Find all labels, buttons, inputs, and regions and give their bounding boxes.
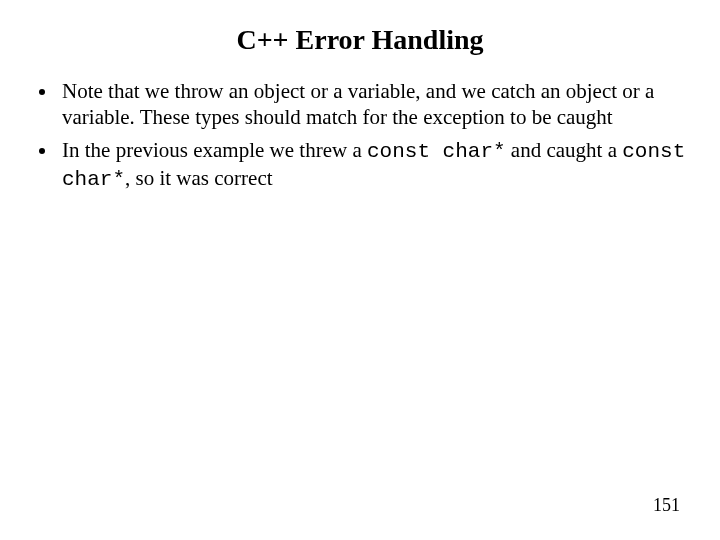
list-item: Note that we throw an object or a variab… [58,78,690,131]
bullet-list: Note that we throw an object or a variab… [58,78,690,193]
bullet-text: Note that we throw an object or a variab… [62,79,654,129]
page-number: 151 [653,495,680,516]
list-item: In the previous example we threw a const… [58,137,690,194]
slide-title: C++ Error Handling [30,24,690,56]
bullet-text: In the previous example we threw a [62,138,367,162]
bullet-text: and caught a [506,138,623,162]
code-literal: const char* [367,140,506,163]
slide: C++ Error Handling Note that we throw an… [0,0,720,540]
bullet-text: , so it was correct [125,166,273,190]
